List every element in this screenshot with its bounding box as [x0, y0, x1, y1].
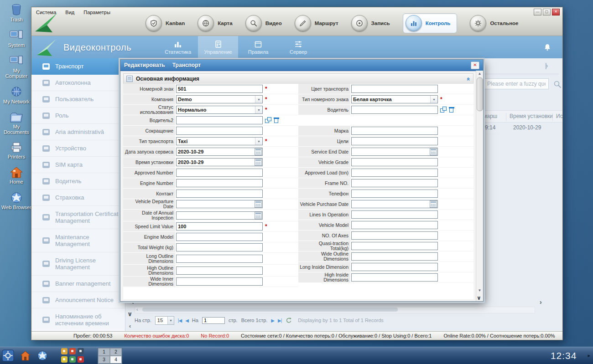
kmenu-icon[interactable]	[2, 349, 14, 362]
dialog-scrollbar[interactable]: ▲ ▼ ∨	[476, 71, 483, 301]
tab-management[interactable]: Управление	[198, 36, 238, 59]
text-input[interactable]	[351, 127, 438, 135]
collapse-section-icon[interactable]: «	[465, 77, 472, 80]
calendar-icon[interactable]	[255, 212, 262, 219]
date-input[interactable]	[352, 149, 430, 154]
toolbar-button-control[interactable]: Контроль	[403, 13, 458, 33]
text-input[interactable]	[176, 127, 263, 135]
scrollbar-thumb[interactable]	[477, 77, 483, 111]
next-page-button[interactable]: ▶	[271, 318, 274, 323]
panel-expand-icon[interactable]: ▸	[588, 353, 591, 359]
desktop-icon-my-computer[interactable]: My Computer	[1, 55, 31, 79]
dropdown-select[interactable]: Demo▼	[176, 95, 263, 103]
text-input[interactable]	[351, 273, 438, 282]
trash-icon[interactable]	[449, 107, 454, 113]
scroll-up-icon[interactable]: ▲	[476, 71, 483, 77]
text-input[interactable]	[176, 243, 263, 251]
pager-desktop-3[interactable]: 3	[98, 356, 110, 364]
dropdown-select[interactable]: Нормально▼	[176, 106, 263, 114]
dialog-close-button[interactable]: ✕	[471, 62, 479, 69]
calendar-icon[interactable]	[255, 148, 262, 155]
calendar-icon[interactable]	[255, 159, 262, 166]
chevron-down-icon[interactable]: ∨	[127, 310, 132, 318]
chevron-down-icon[interactable]: ∨	[477, 295, 481, 301]
text-input[interactable]	[351, 190, 438, 198]
taskbar-clock[interactable]: 12:34	[551, 350, 583, 361]
last-page-button[interactable]: ▶|	[278, 318, 281, 323]
sidebar-item[interactable]: Announcement Notice	[31, 292, 125, 308]
text-input[interactable]	[351, 221, 438, 229]
date-input[interactable]	[352, 201, 430, 207]
refresh-icon[interactable]	[285, 317, 291, 323]
desktop-icon-home[interactable]: Home	[1, 166, 31, 185]
tab-statistics[interactable]: Статистика	[158, 36, 198, 59]
desktop-icon-web-browser[interactable]: Web Browser	[1, 191, 31, 210]
toolbar-button-video[interactable]: Видео	[245, 15, 282, 31]
scrollbar-left-arrow-icon[interactable]: ‹	[136, 307, 138, 312]
desktop-icon-printers[interactable]: Printers	[1, 142, 31, 159]
date-input[interactable]	[177, 149, 255, 154]
pager-desktop-1[interactable]: 1	[98, 348, 110, 356]
desktop-icon-trash[interactable]: Trash	[1, 3, 31, 22]
launcher-star-icon[interactable]	[61, 356, 68, 363]
toolbar-button-record[interactable]: Запись	[351, 15, 390, 31]
text-input[interactable]	[351, 169, 438, 177]
minimize-button[interactable]: —	[534, 9, 541, 15]
select-copy-icon[interactable]	[440, 107, 447, 113]
menu-item[interactable]: Параметры	[83, 10, 110, 15]
section-header[interactable]: Основная информация «	[123, 73, 473, 84]
text-input[interactable]	[351, 263, 438, 271]
fuzzy-search-input[interactable]	[484, 79, 548, 89]
text-input[interactable]	[176, 255, 263, 263]
toolbar-button-route[interactable]: Маршрут	[295, 15, 338, 31]
column-header[interactable]: Ис	[556, 113, 562, 119]
sidebar-item[interactable]: Driving License Management	[31, 252, 125, 276]
text-input[interactable]	[351, 137, 438, 145]
launcher-house-icon[interactable]	[69, 348, 76, 354]
launcher-stop-icon[interactable]	[78, 356, 84, 363]
taskbar-home-icon[interactable]	[20, 350, 31, 361]
text-input[interactable]	[351, 231, 438, 240]
calendar-icon[interactable]	[430, 200, 437, 208]
chevron-left-icon[interactable]: ‹	[129, 323, 131, 329]
toolbar-button-misc[interactable]: Остальное	[470, 15, 518, 31]
sidebar-item[interactable]: Транспорт	[31, 58, 125, 75]
text-input[interactable]	[351, 158, 438, 166]
scroll-down-icon[interactable]: ▼	[476, 287, 483, 294]
calendar-icon[interactable]	[255, 200, 262, 208]
sidebar-item[interactable]: SIM карта	[31, 157, 125, 173]
sidebar-item[interactable]: Aria administrativă	[31, 124, 125, 140]
sidebar-item[interactable]: Banner management	[31, 276, 125, 292]
column-header[interactable]: марш	[483, 113, 497, 119]
launcher-arrow-icon[interactable]	[61, 348, 68, 354]
horizontal-scrollbar[interactable]: ‹	[135, 307, 535, 313]
text-input[interactable]	[176, 85, 263, 93]
sidebar-item[interactable]: Maintenance Management	[31, 229, 125, 252]
close-button[interactable]: ✕	[552, 9, 560, 15]
sidebar-item[interactable]: Роль	[31, 108, 125, 124]
text-input[interactable]	[176, 190, 263, 198]
date-input[interactable]	[177, 213, 255, 218]
panel-collapse-icon[interactable]: |›	[545, 62, 547, 69]
taskbar-browser-icon[interactable]	[36, 350, 48, 361]
sidebar-item[interactable]: Автоколонна	[31, 75, 125, 91]
sidebar-item[interactable]: Страховка	[31, 190, 125, 206]
launcher-monitor-icon[interactable]	[78, 348, 84, 354]
text-input[interactable]	[351, 106, 438, 114]
text-input[interactable]	[176, 233, 263, 241]
text-input[interactable]	[351, 252, 438, 261]
launcher-screen-icon[interactable]	[69, 356, 76, 363]
pager-desktop-4[interactable]: 4	[110, 356, 122, 364]
column-header[interactable]: Время установки	[510, 113, 553, 119]
text-input[interactable]	[176, 267, 263, 275]
tab-rules[interactable]: Правила	[238, 36, 278, 59]
sidebar-item[interactable]: Transportation Certificate Management	[31, 206, 125, 229]
table-row[interactable]: 9:14 2020-10-29	[480, 122, 562, 134]
calendar-icon[interactable]	[430, 148, 437, 155]
search-icon[interactable]	[553, 80, 562, 88]
text-input[interactable]	[176, 179, 263, 187]
sidebar-item[interactable]: Устройство	[31, 140, 125, 157]
text-input[interactable]	[351, 242, 438, 250]
desktop-icon-system[interactable]: System	[1, 29, 31, 48]
text-input[interactable]	[351, 179, 438, 187]
